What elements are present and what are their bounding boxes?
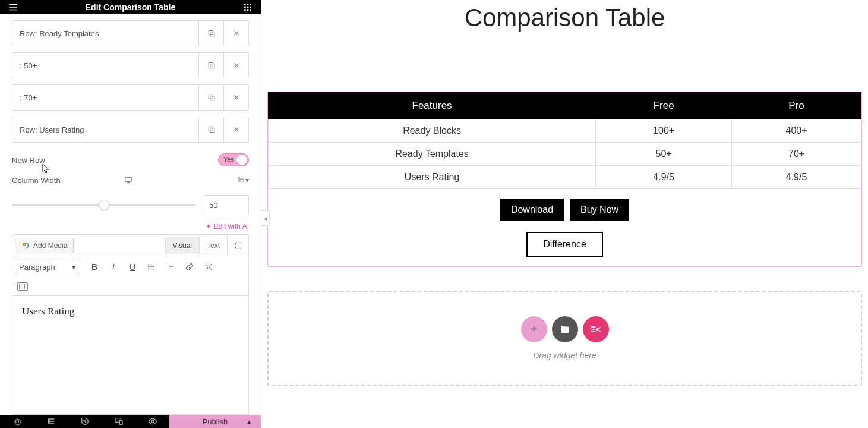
menu-icon[interactable] [7, 1, 19, 13]
italic-button[interactable]: I [104, 257, 123, 276]
svg-rect-0 [244, 4, 246, 5]
underline-button[interactable]: U [123, 257, 142, 276]
history-icon[interactable] [68, 415, 102, 428]
svg-rect-4 [247, 7, 249, 8]
sidebar-footer: Publish ▴ [0, 415, 261, 428]
preview-canvas: ◂ Comparison Table Features Free Pro Rea… [261, 0, 868, 428]
elementskit-button[interactable]: Ξ< [583, 316, 609, 342]
svg-rect-14 [209, 95, 213, 99]
slider-thumb[interactable] [99, 200, 109, 210]
svg-rect-1 [247, 4, 249, 5]
tab-text[interactable]: Text [199, 237, 227, 254]
svg-point-20 [149, 267, 149, 268]
duplicate-icon[interactable] [198, 85, 223, 110]
svg-rect-17 [125, 177, 132, 181]
rich-editor-toolbar: Add Media Visual Text Paragraph▾ B I U [12, 234, 249, 296]
svg-rect-12 [209, 62, 213, 67]
new-row-label: New Row [12, 156, 218, 165]
unit-select[interactable]: % ▾ [238, 176, 249, 184]
svg-rect-13 [210, 96, 214, 100]
svg-point-19 [149, 265, 149, 265]
sidebar-header: Edit Comparison Table [0, 0, 261, 14]
buy-now-button[interactable]: Buy Now [570, 199, 629, 221]
svg-rect-3 [244, 7, 246, 8]
add-media-button[interactable]: Add Media [15, 238, 74, 253]
numbered-list-button[interactable] [161, 257, 180, 276]
expand-button[interactable] [199, 257, 218, 276]
table-header: Free [596, 93, 732, 119]
toggle-knob [236, 155, 247, 165]
link-button[interactable] [180, 257, 199, 276]
add-widget-button[interactable]: + [521, 316, 547, 342]
chevron-down-icon: ▾ [245, 176, 249, 184]
row-settings: New Row Yes Column Width % ▾ ✦ Edit with… [0, 143, 261, 415]
new-row-toggle[interactable]: Yes [218, 153, 249, 166]
bullet-list-button[interactable] [142, 257, 161, 276]
duplicate-icon[interactable] [198, 117, 223, 142]
svg-rect-8 [250, 9, 251, 11]
column-width-slider[interactable] [12, 204, 195, 206]
template-library-button[interactable] [552, 316, 578, 342]
row-item[interactable]: Row: Users Rating [12, 117, 249, 143]
svg-point-21 [149, 269, 149, 269]
preview-icon[interactable] [135, 415, 169, 428]
format-select[interactable]: Paragraph▾ [15, 259, 80, 275]
duplicate-icon[interactable] [198, 21, 223, 46]
edit-with-ai-link[interactable]: ✦ Edit with AI [12, 222, 249, 231]
row-label: Row: Ready Templates [12, 21, 198, 46]
row-item[interactable]: Row: Ready Templates [12, 20, 249, 46]
responsive-icon[interactable] [102, 415, 135, 428]
svg-point-24 [151, 420, 154, 423]
svg-rect-5 [250, 7, 251, 8]
table-header: Pro [732, 93, 861, 119]
close-icon[interactable] [223, 21, 248, 46]
row-item[interactable]: : 50+ [12, 52, 249, 78]
download-button[interactable]: Download [500, 199, 564, 221]
chevron-down-icon: ▾ [72, 263, 76, 272]
svg-rect-11 [210, 64, 214, 68]
desktop-icon[interactable] [124, 176, 132, 184]
rows-list: Row: Ready Templates : 50+ : 70+ Row: Us… [0, 14, 261, 143]
page-title: Comparison Table [261, 4, 868, 32]
row-item[interactable]: : 70+ [12, 84, 249, 111]
media-icon [21, 241, 30, 250]
svg-rect-6 [244, 9, 246, 11]
row-label: Row: Users Rating [12, 117, 198, 142]
comparison-table-widget[interactable]: Features Free Pro Ready Blocks100+400+ R… [267, 92, 862, 267]
close-icon[interactable] [223, 85, 248, 110]
close-icon[interactable] [223, 53, 248, 78]
keyboard-icon[interactable] [17, 282, 28, 291]
bold-button[interactable]: B [85, 257, 104, 276]
table-header: Features [269, 93, 596, 119]
table-row: Ready Templates50+70+ [269, 143, 861, 166]
table-row: Ready Blocks100+400+ [269, 119, 861, 143]
collapse-sidebar-handle[interactable]: ◂ [261, 210, 270, 226]
apps-icon[interactable] [242, 1, 254, 13]
publish-button[interactable]: Publish ▴ [169, 415, 261, 428]
fullscreen-icon[interactable] [227, 235, 248, 256]
navigator-icon[interactable] [34, 415, 68, 428]
row-label: : 70+ [12, 85, 198, 110]
comparison-table: Features Free Pro Ready Blocks100+400+ R… [268, 92, 861, 189]
drop-zone-text: Drag widget here [533, 351, 596, 360]
chevron-up-icon[interactable]: ▴ [247, 417, 251, 426]
svg-rect-15 [210, 128, 214, 133]
column-width-input[interactable] [203, 195, 249, 215]
svg-rect-23 [119, 421, 122, 425]
svg-rect-16 [209, 127, 213, 131]
widget-drop-zone[interactable]: + Ξ< Drag widget here [267, 291, 862, 386]
close-icon[interactable] [223, 117, 248, 142]
editor-sidebar: Edit Comparison Table Row: Ready Templat… [0, 0, 261, 428]
svg-rect-9 [210, 32, 214, 36]
tab-visual[interactable]: Visual [165, 237, 199, 254]
settings-icon[interactable] [0, 415, 34, 428]
sidebar-title: Edit Comparison Table [19, 2, 242, 12]
svg-point-18 [23, 242, 26, 246]
svg-rect-2 [250, 4, 251, 5]
difference-button[interactable]: Difference [526, 232, 603, 257]
column-width-label: Column Width [12, 176, 117, 185]
content-editor[interactable]: Users Rating [12, 296, 249, 415]
duplicate-icon[interactable] [198, 53, 223, 78]
row-label: : 50+ [12, 53, 198, 78]
svg-rect-7 [247, 9, 249, 11]
